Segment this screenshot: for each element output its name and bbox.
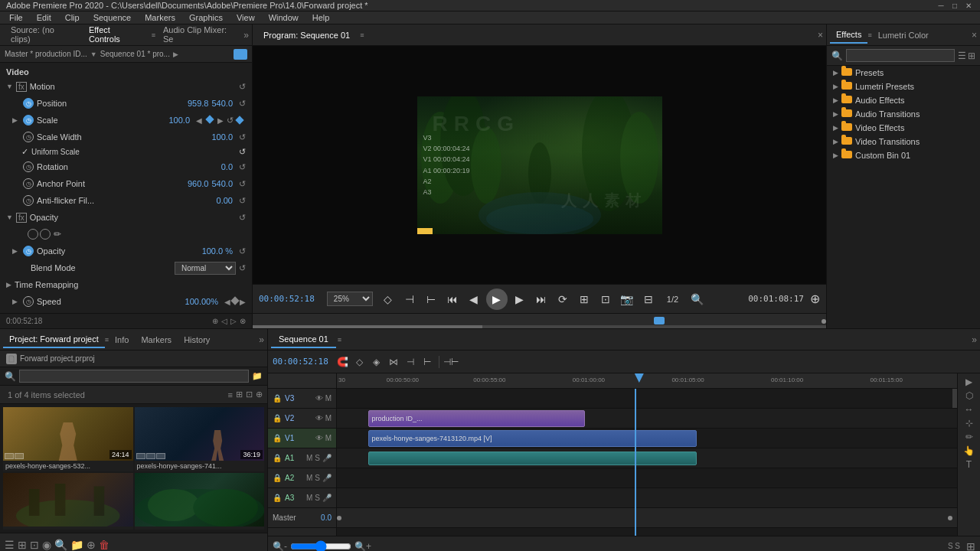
effects-category-custom-bin[interactable]: ▶ Custom Bin 01 [827, 148, 980, 162]
effects-search-input[interactable] [846, 49, 955, 62]
v1-clip-pexels[interactable]: pexels-honye-sanges-7413120.mp4 [V] [368, 430, 697, 447]
scrubber-handle-blue[interactable] [654, 317, 665, 324]
speed-prev[interactable]: ◀ [224, 298, 230, 306]
tl-zoom-out[interactable]: 🔍- [273, 541, 287, 552]
project-grid-btn[interactable]: ⊞ [18, 539, 27, 551]
playhead-magnify[interactable]: 🔍 [691, 293, 704, 305]
motion-arrow[interactable]: ▼ [6, 83, 13, 90]
a1-clip[interactable] [368, 452, 697, 465]
project-action-btn3[interactable]: ⊡ [246, 390, 253, 399]
tab-lumetri-color[interactable]: Lumetri Color [872, 28, 935, 43]
tl-right-btn-6[interactable]: 👆 [963, 445, 975, 456]
tl-right-btn-3[interactable]: ↔ [965, 404, 974, 415]
preview-current-time[interactable]: 00:00:52:18 [259, 294, 315, 304]
v1-eye[interactable]: 👁 [315, 434, 323, 442]
timeline-current-time[interactable]: 00:00:52:18 [273, 357, 328, 367]
scale-width-reset[interactable]: ↺ [239, 132, 246, 142]
a2-mute[interactable]: M [306, 474, 312, 482]
anchor-y[interactable]: 540.0 [211, 179, 233, 188]
camera-btn[interactable]: 📷 [618, 290, 636, 308]
project-clip-3[interactable] [3, 473, 133, 530]
menu-help[interactable]: Help [306, 11, 336, 24]
project-action-btn4[interactable]: ⊕ [256, 390, 263, 399]
tl-end-btn[interactable]: ⊣⊢ [443, 354, 459, 370]
effects-category-lumetri-presets[interactable]: ▶ Lumetri Presets [827, 80, 980, 93]
blend-mode-select[interactable]: Normal [175, 262, 236, 275]
opacity-reset[interactable]: ↺ [239, 246, 246, 256]
program-scrubber[interactable] [253, 313, 826, 328]
rotation-reset[interactable]: ↺ [239, 162, 246, 172]
tab-project[interactable]: Project: Forward project [3, 331, 105, 348]
position-reset[interactable]: ↺ [239, 99, 246, 109]
a2-mic[interactable]: 🎤 [322, 474, 332, 482]
scale-width-value[interactable]: 100.0 [211, 132, 233, 142]
effects-category-presets[interactable]: ▶ Presets [827, 66, 980, 80]
project-icon-btn[interactable]: ⊡ [30, 539, 39, 551]
tl-ripple-btn[interactable]: ◇ [351, 354, 368, 370]
time-remap-arrow[interactable]: ▶ [6, 281, 11, 289]
position-x[interactable]: 959.8 [188, 99, 209, 108]
menu-window[interactable]: Window [263, 11, 305, 24]
tl-zoom-slider[interactable] [290, 540, 351, 552]
speed-value[interactable]: 100.00% [185, 297, 218, 306]
scale-prev[interactable]: ◀ [196, 116, 202, 125]
project-new-item-btn[interactable]: ⊕ [87, 539, 96, 551]
track-row-v3[interactable] [337, 389, 957, 409]
speed-stopwatch[interactable]: ◷ [23, 296, 34, 307]
speed-arrow[interactable]: ▶ [12, 298, 20, 305]
v1-mute[interactable]: M [325, 434, 332, 442]
tab-source[interactable]: Source: (no clips) [3, 22, 81, 48]
anchor-x[interactable]: 960.0 [188, 179, 209, 188]
tl-slide-btn[interactable]: ⊢ [419, 354, 436, 370]
track-row-v2[interactable]: production ID_... [337, 409, 957, 429]
tab-history[interactable]: History [178, 332, 216, 347]
a1-solo[interactable]: S [315, 454, 320, 462]
v1-lock[interactable]: 🔒 [273, 434, 282, 442]
add-clip-btn[interactable]: ⊕ [810, 292, 820, 306]
panel-tab-expand[interactable]: » [243, 30, 249, 41]
tab-audio-mixer[interactable]: Audio Clip Mixer: Se [155, 22, 243, 48]
tl-settings-btn[interactable]: ⊞ [966, 540, 975, 552]
v2-clip-production-id[interactable]: production ID_... [368, 410, 586, 427]
project-freeform-btn[interactable]: ◉ [42, 539, 51, 551]
program-panel-close[interactable]: × [818, 30, 823, 41]
rotation-value[interactable]: 0.0 [221, 162, 233, 171]
project-list-btn[interactable]: ☰ [5, 539, 15, 551]
eff-tl-btn4[interactable]: ⊗ [240, 317, 246, 325]
tl-right-btn-2[interactable]: ⬡ [965, 390, 973, 401]
effects-list-view-icon[interactable]: ☰ [958, 51, 966, 61]
speed-next[interactable]: ▶ [240, 298, 246, 306]
project-search-btn[interactable]: 🔍 [54, 539, 67, 551]
a3-mic[interactable]: 🎤 [322, 494, 332, 502]
tl-right-btn-1[interactable]: ▶ [965, 377, 972, 387]
project-panel-expand[interactable]: » [259, 334, 264, 345]
a3-solo[interactable]: S [315, 494, 320, 502]
play-button[interactable]: ▶ [486, 289, 508, 310]
track-row-a1[interactable] [337, 448, 957, 468]
project-clip-2[interactable]: 36:19 pexels-honye-sanges-741... [135, 407, 265, 471]
effects-category-video-transitions[interactable]: ▶ Video Transitions [827, 135, 980, 148]
rotation-stopwatch[interactable]: ◷ [23, 161, 34, 172]
timeline-panel-expand[interactable]: » [972, 334, 977, 345]
opacity-stopwatch[interactable]: ◷ [23, 246, 34, 256]
tl-right-btn-4[interactable]: ⊹ [965, 418, 973, 429]
step-back-btn[interactable]: ◀ [465, 290, 483, 308]
opacity-arrow[interactable]: ▼ [6, 214, 13, 221]
opacity-value[interactable]: 100.0 % [202, 246, 233, 256]
eff-tl-btn2[interactable]: ◁ [221, 317, 227, 325]
opacity-circle-icon[interactable] [28, 229, 38, 240]
anchor-stopwatch[interactable]: ◷ [23, 178, 34, 189]
new-bin-button[interactable]: 📁 [252, 371, 263, 381]
opacity-val-arrow[interactable]: ▶ [12, 247, 20, 255]
v3-eye[interactable]: 👁 [315, 394, 323, 403]
tl-zoom-in[interactable]: 🔍+ [354, 541, 371, 552]
project-clip-4[interactable] [135, 473, 265, 530]
project-clip-1[interactable]: 24:14 pexels-honye-sanges-532... [3, 407, 133, 471]
safe-margins-btn[interactable]: ⊞ [575, 290, 593, 308]
tab-sequence01[interactable]: Sequence 01 [271, 331, 336, 348]
sequence-label[interactable]: Sequence 01 * pro... [100, 50, 170, 58]
opacity-rect-icon[interactable] [40, 229, 51, 240]
tl-rolling-btn[interactable]: ◈ [368, 354, 385, 370]
speed-diamond[interactable] [230, 296, 239, 305]
go-to-in-btn[interactable]: ⏮ [443, 290, 462, 308]
